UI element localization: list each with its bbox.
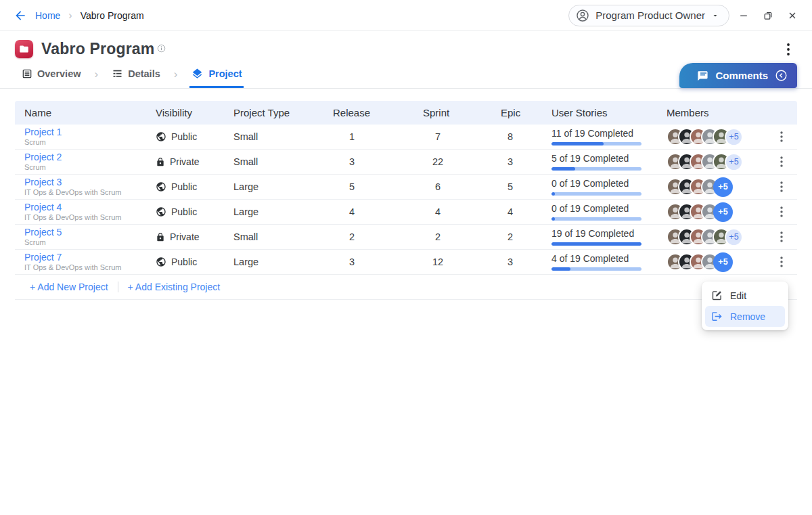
project-name-cell: Project 1Scrum [24, 127, 156, 147]
stories-progress-label: 4 of 19 Completed [551, 253, 667, 264]
table-body: Project 1ScrumPublicSmall17811 of 19 Com… [15, 125, 797, 275]
chevron-right-icon: › [68, 9, 72, 22]
row-kebab-menu-icon[interactable] [773, 253, 790, 271]
context-menu-item-remove[interactable]: Remove [705, 306, 785, 327]
user-stories-cell: 0 of 19 Completed [551, 178, 667, 196]
breadcrumb-home-link[interactable]: Home [35, 10, 60, 21]
sprint-cell: 6 [423, 181, 501, 192]
table-header-row: NameVisibilityProject TypeReleaseSprintE… [15, 101, 797, 125]
column-header: Name [24, 107, 156, 118]
column-header: Epic [501, 107, 551, 118]
comment-icon [697, 70, 708, 81]
column-header: Visibility [156, 107, 233, 118]
collapse-chevron-left-icon [775, 69, 788, 82]
more-members-badge[interactable]: +5 [725, 128, 743, 146]
tab-overview[interactable]: Overview [20, 61, 83, 88]
project-subtitle: Scrum [24, 238, 156, 247]
private-lock-icon [156, 232, 165, 242]
minimize-button[interactable] [734, 5, 754, 26]
row-kebab-menu-icon[interactable] [773, 128, 790, 145]
progress-bar-track [551, 142, 641, 145]
user-stories-cell: 4 of 19 Completed [551, 253, 667, 271]
release-value: 3 [333, 156, 371, 167]
page-title: Vabro Program [41, 40, 155, 58]
info-icon[interactable] [157, 44, 166, 53]
context-menu-item-edit[interactable]: Edit [705, 285, 785, 306]
progress-bar-fill [551, 142, 604, 145]
release-value: 3 [333, 256, 371, 267]
column-header: Project Type [233, 107, 333, 118]
project-link[interactable]: Project 7 [24, 252, 156, 263]
sprint-cell: 4 [423, 206, 501, 217]
progress-bar-track [551, 242, 641, 246]
public-globe-icon [156, 256, 166, 267]
release-value: 1 [333, 131, 371, 142]
project-type-cell: Large [233, 206, 333, 217]
table-row: Project 1ScrumPublicSmall17811 of 19 Com… [15, 125, 797, 150]
project-link[interactable]: Project 4 [24, 202, 156, 212]
members-cell: +5 [667, 202, 773, 222]
more-members-badge[interactable]: +5 [725, 153, 743, 171]
stories-progress-label: 0 of 19 Completed [551, 178, 667, 189]
visibility-cell: Public [156, 181, 233, 192]
progress-bar-track [551, 217, 641, 221]
sprint-value: 6 [423, 181, 453, 192]
project-subtitle: Scrum [24, 138, 156, 147]
row-kebab-menu-icon[interactable] [773, 178, 790, 196]
project-type-cell: Small [233, 156, 333, 167]
tab-label: Overview [37, 68, 81, 79]
project-link[interactable]: Project 3 [24, 177, 156, 187]
visibility-cell: Public [156, 256, 233, 267]
comments-button[interactable]: Comments [679, 63, 797, 88]
sprint-value: 4 [423, 206, 453, 217]
back-arrow-icon[interactable] [11, 6, 30, 25]
role-selector-dropdown[interactable]: Program Product Owner [568, 5, 729, 26]
restore-button[interactable] [758, 5, 778, 26]
more-members-badge[interactable]: +5 [713, 202, 733, 222]
context-menu-item-label: Edit [730, 290, 746, 301]
sprint-value: 12 [423, 256, 453, 267]
tab-project[interactable]: Project [189, 61, 243, 88]
sprint-cell: 2 [423, 231, 501, 242]
visibility-label: Public [171, 256, 197, 267]
progress-bar-fill [551, 192, 555, 196]
project-type-cell: Large [233, 181, 333, 192]
more-members-badge[interactable]: +5 [725, 228, 743, 246]
sprint-cell: 7 [423, 131, 501, 142]
release-value: 2 [333, 231, 371, 242]
more-members-badge[interactable]: +5 [713, 252, 733, 272]
progress-bar-track [551, 192, 641, 196]
project-link[interactable]: Project 2 [24, 152, 156, 162]
table-row: Project 4IT Ops & DevOps with ScrumPubli… [15, 200, 797, 225]
page-kebab-menu-icon[interactable] [780, 41, 797, 58]
project-link[interactable]: Project 1 [24, 127, 156, 137]
row-kebab-menu-icon[interactable] [773, 153, 790, 171]
row-kebab-menu-icon[interactable] [773, 203, 790, 221]
stories-progress-label: 5 of 19 Completed [551, 153, 667, 164]
add-new-project-link[interactable]: + Add New Project [30, 282, 108, 292]
project-link[interactable]: Project 5 [24, 227, 156, 238]
tabs: Overview›Details›Project Comments [0, 61, 812, 89]
table-row: Project 3IT Ops & DevOps with ScrumPubli… [15, 175, 797, 200]
members-cell: +5 [667, 128, 773, 146]
close-button[interactable] [782, 5, 803, 26]
person-circle-icon [576, 9, 589, 22]
project-name-cell: Project 7IT Ops & DevOps with Scrum [24, 252, 156, 272]
details-icon [112, 68, 123, 79]
add-existing-project-link[interactable]: + Add Existing Project [128, 282, 221, 292]
page-header: Vabro Program [0, 31, 812, 61]
epic-cell: 5 [501, 181, 551, 192]
table-row: Project 7IT Ops & DevOps with ScrumPubli… [15, 250, 797, 275]
tab-label: Project [208, 68, 242, 79]
project-type-cell: Small [233, 131, 333, 142]
progress-bar-fill [551, 267, 570, 271]
release-cell: 5 [333, 181, 423, 192]
more-members-badge[interactable]: +5 [713, 177, 733, 197]
release-value: 4 [333, 206, 371, 217]
row-kebab-menu-icon[interactable] [773, 228, 790, 246]
release-value: 5 [333, 181, 371, 192]
release-cell: 1 [333, 131, 423, 142]
tab-details[interactable]: Details [110, 61, 162, 88]
column-header: Sprint [423, 107, 501, 118]
comments-button-label: Comments [715, 70, 768, 81]
